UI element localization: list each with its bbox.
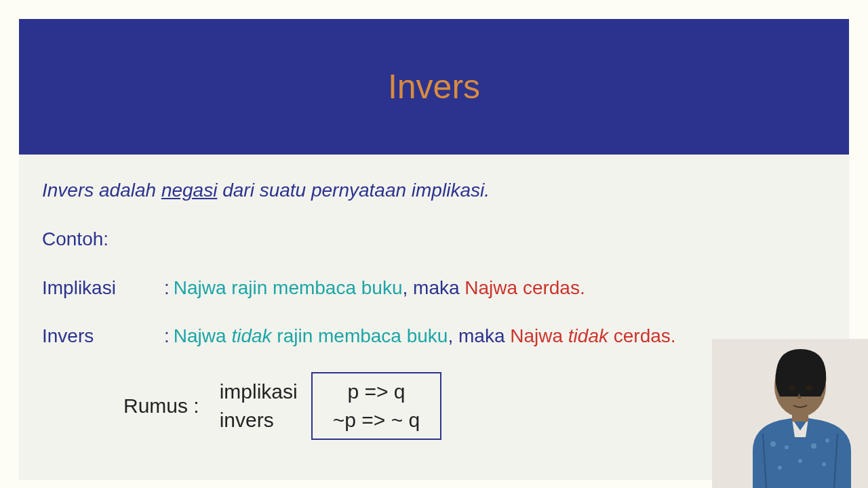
formula-row-labels: implikasi invers [220, 378, 298, 434]
formula-row2-label: invers [220, 406, 298, 434]
slide-title: Invers [388, 67, 480, 106]
formula-label: Rumus : [123, 392, 199, 420]
colon: : [164, 277, 170, 298]
example-implikasi: Implikasi :Najwa rajin membaca buku, mak… [42, 275, 826, 301]
colon: : [164, 325, 170, 346]
definition-pre: Invers adalah [42, 180, 161, 201]
implikasi-comma: , [403, 277, 414, 298]
invers-p-post: rajin membaca buku [272, 325, 448, 346]
example-implikasi-label: Implikasi [42, 275, 164, 301]
formula-row1-label: implikasi [220, 378, 298, 406]
svg-point-8 [798, 459, 802, 463]
invers-p-pre: Najwa [174, 325, 232, 346]
svg-point-3 [806, 385, 813, 390]
example-heading: Contoh: [42, 226, 826, 252]
definition-underlined: negasi [161, 180, 218, 201]
invers-q-neg: tidak [568, 325, 608, 346]
svg-point-6 [811, 443, 816, 449]
presenter-webcam [712, 339, 868, 488]
implikasi-q: Najwa cerdas. [465, 277, 585, 298]
svg-point-5 [785, 445, 789, 449]
invers-q-pre: Najwa [510, 325, 568, 346]
definition-post: dari suatu pernyataan implikasi. [217, 180, 490, 201]
example-invers: Invers :Najwa tidak rajin membaca buku, … [42, 323, 826, 349]
formula-row1: p => q [333, 378, 420, 406]
svg-point-2 [789, 385, 795, 390]
slide-header: Invers [19, 19, 849, 155]
svg-point-7 [825, 439, 829, 443]
formula-row2: ~p => ~ q [333, 406, 420, 434]
implikasi-maka: maka [413, 277, 465, 298]
svg-point-10 [822, 462, 826, 466]
svg-point-9 [778, 466, 782, 470]
formula-box: p => q ~p => ~ q [311, 372, 441, 440]
implikasi-p: Najwa rajin membaca buku [174, 277, 403, 298]
invers-p-neg: tidak [231, 325, 271, 346]
example-invers-label: Invers [42, 323, 164, 349]
invers-q-post: cerdas. [608, 325, 676, 346]
svg-point-4 [770, 441, 776, 447]
invers-comma: , [448, 325, 458, 346]
example-implikasi-body: :Najwa rajin membaca buku, maka Najwa ce… [164, 275, 826, 301]
definition-text: Invers adalah negasi dari suatu pernyata… [42, 178, 826, 203]
invers-maka: maka [458, 325, 510, 346]
svg-rect-11 [792, 412, 808, 422]
